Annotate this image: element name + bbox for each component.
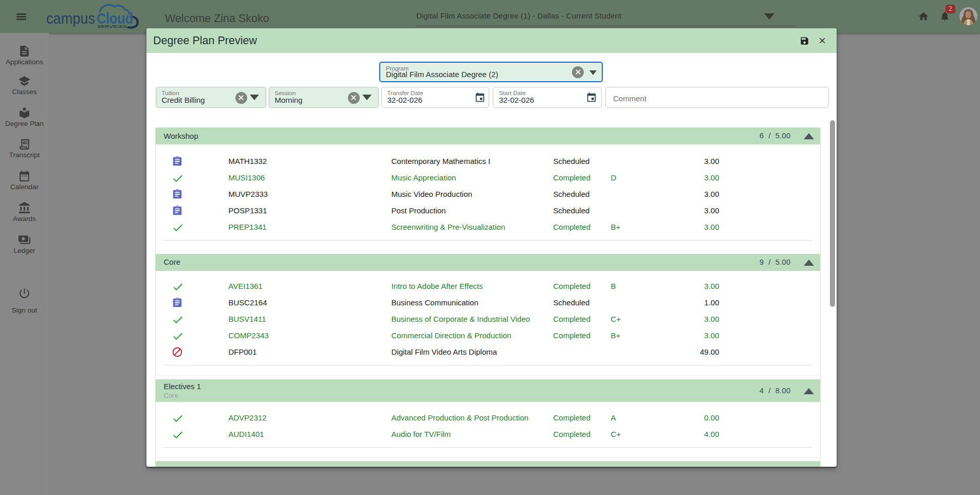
svg-text:campus: campus xyxy=(46,10,95,27)
svg-text:SERVICES: SERVICES xyxy=(97,24,127,29)
